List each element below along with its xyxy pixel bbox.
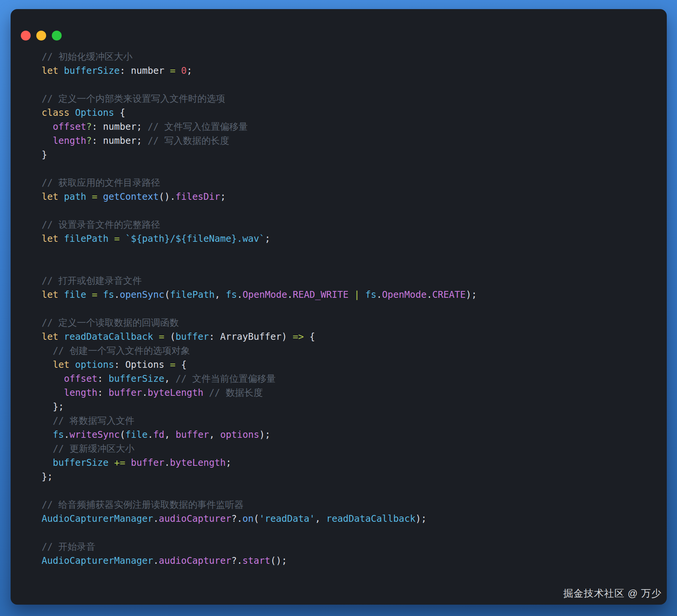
code-token: . (237, 289, 242, 300)
code-token: . (64, 429, 70, 440)
code-line: // 打开或创建录音文件 (42, 274, 477, 288)
code-token: }; (42, 401, 64, 412)
code-token (42, 443, 53, 454)
code-token (42, 429, 53, 440)
code-token: : (98, 387, 109, 398)
code-token: = (170, 359, 175, 370)
code-line: let filePath = `${path}/${fileName}.wav`… (42, 232, 477, 246)
code-token: let (42, 331, 64, 342)
code-token: getContext (103, 191, 159, 202)
code-token (42, 387, 64, 398)
code-token: : (98, 373, 109, 384)
code-token: , (165, 373, 176, 384)
code-token: // 文件写入位置偏移量 (148, 121, 248, 132)
code-token: offset (64, 373, 98, 384)
code-token: bufferSize (64, 65, 120, 76)
code-line (42, 246, 477, 260)
code-line: }; (42, 470, 477, 484)
code-token: } (42, 149, 47, 160)
code-token: // 文件当前位置偏移量 (175, 373, 276, 384)
code-token (349, 289, 354, 300)
code-token: // 设置录音文件的完整路径 (42, 219, 160, 230)
code-line (42, 162, 477, 176)
code-token: : number; (92, 121, 148, 132)
code-token (120, 233, 126, 244)
code-token (42, 373, 64, 384)
code-token: AudioCapturerManager (42, 513, 153, 524)
minimize-button[interactable] (36, 31, 46, 40)
code-token (86, 289, 92, 300)
code-line (42, 78, 477, 92)
code-token: let (42, 289, 64, 300)
code-line: // 获取应用的文件目录路径 (42, 176, 477, 190)
code-token: file (64, 289, 86, 300)
code-line (42, 302, 477, 316)
code-token (42, 135, 53, 146)
code-token: . (148, 429, 153, 440)
code-token: => (293, 331, 304, 342)
code-token: buffer (175, 331, 209, 342)
code-token: options (75, 359, 114, 370)
desktop-background: { "window": { "watermark": "掘金技术社区 @ 万少"… (0, 0, 677, 616)
code-window: // 初始化缓冲区大小let bufferSize: number = 0; /… (11, 9, 667, 605)
code-token (42, 121, 53, 132)
code-token: start (242, 555, 270, 566)
code-token (175, 65, 181, 76)
code-token: : ArrayBuffer) (209, 331, 293, 342)
code-line: // 更新缓冲区大小 (42, 442, 477, 456)
code-line: class Options { (42, 106, 477, 120)
code-line: // 将数据写入文件 (42, 414, 477, 428)
code-line: // 开始录音 (42, 540, 477, 554)
code-token: bufferSize (53, 457, 109, 468)
code-token: byteLength (170, 457, 226, 468)
code-token: (). (159, 191, 175, 202)
code-token: let (42, 233, 64, 244)
code-token: filePath (170, 289, 214, 300)
code-token (125, 457, 131, 468)
code-token: bufferSize (109, 373, 165, 384)
code-token: AudioCapturerManager (42, 555, 153, 566)
code-token: Options (75, 107, 114, 118)
code-line: fs.writeSync(file.fd, buffer, options); (42, 428, 477, 442)
code-token: : number; (92, 135, 148, 146)
code-token: ; (220, 191, 226, 202)
code-token: ); (259, 429, 270, 440)
code-token: = (170, 65, 175, 76)
code-token: fs (103, 289, 114, 300)
code-token: = (92, 191, 98, 202)
code-line: let file = fs.openSync(filePath, fs.Open… (42, 288, 477, 302)
code-token: , (209, 429, 220, 440)
code-token: . (153, 555, 159, 566)
zoom-button[interactable] (52, 31, 62, 40)
code-token: on (242, 513, 254, 524)
code-token: : Options (114, 359, 170, 370)
code-line: // 给音频捕获器实例注册读取数据的事件监听器 (42, 498, 477, 512)
code-token (42, 457, 53, 468)
code-line: // 定义一个内部类来设置写入文件时的选项 (42, 92, 477, 106)
code-token: }; (42, 471, 53, 482)
code-token (203, 387, 209, 398)
code-token: // 打开或创建录音文件 (42, 275, 142, 286)
code-token: filesDir (175, 191, 220, 202)
code-token: . (427, 289, 432, 300)
code-token: filePath (64, 233, 109, 244)
close-button[interactable] (21, 31, 31, 40)
code-token: // 开始录音 (42, 541, 95, 552)
code-token: // 定义一个读取数据的回调函数 (42, 317, 179, 328)
code-token: ( (165, 331, 176, 342)
code-token: (); (270, 555, 287, 566)
code-token: writeSync (70, 429, 120, 440)
code-token: . (114, 289, 120, 300)
code-token: ?. (231, 513, 243, 524)
code-token: readDataCallback (326, 513, 415, 524)
code-token: . (287, 289, 293, 300)
code-token: ; (265, 233, 270, 244)
code-token: OpenMode (382, 289, 427, 300)
code-token: length (64, 387, 98, 398)
code-token: let (53, 359, 75, 370)
code-token: = (159, 331, 165, 342)
code-token: { (304, 331, 315, 342)
code-token (98, 289, 103, 300)
code-line: offset?: number; // 文件写入位置偏移量 (42, 120, 477, 134)
code-token: // 初始化缓冲区大小 (42, 51, 132, 62)
